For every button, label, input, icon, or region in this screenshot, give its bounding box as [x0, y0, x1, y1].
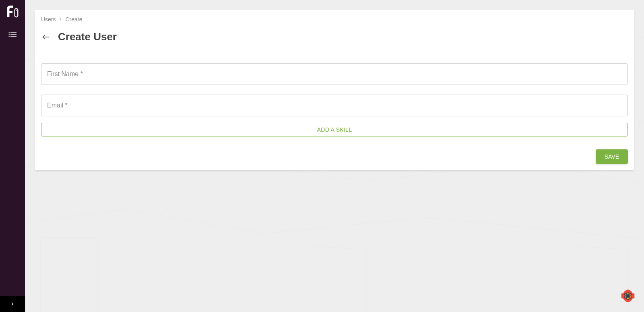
sidebar-expand-button[interactable] [0, 296, 25, 312]
svg-rect-7 [10, 36, 17, 37]
save-button[interactable]: SAVE [596, 149, 628, 164]
svg-point-1 [16, 10, 17, 11]
svg-point-4 [8, 34, 10, 35]
form-card: Users / Create Create User ADD A SKILL S… [35, 10, 634, 170]
svg-rect-5 [10, 34, 17, 35]
form-actions: SAVE [41, 149, 628, 164]
react-query-devtools-icon[interactable] [620, 288, 636, 304]
app-logo[interactable] [4, 3, 21, 20]
add-skill-button[interactable]: ADD A SKILL [41, 123, 628, 136]
svg-rect-3 [10, 32, 17, 33]
svg-point-2 [8, 32, 10, 33]
first-name-field[interactable] [41, 63, 628, 85]
breadcrumb: Users / Create [41, 16, 628, 23]
back-button[interactable] [41, 32, 51, 42]
breadcrumb-separator: / [60, 16, 62, 23]
main-content: Users / Create Create User ADD A SKILL S… [25, 0, 644, 312]
svg-point-6 [8, 36, 10, 37]
sidebar [0, 0, 25, 312]
breadcrumb-root[interactable]: Users [41, 16, 56, 23]
breadcrumb-current: Create [65, 16, 82, 23]
email-field[interactable] [41, 95, 628, 116]
list-menu-icon[interactable] [8, 31, 17, 37]
page-header: Create User [41, 31, 628, 43]
svg-point-10 [627, 295, 630, 298]
page-title: Create User [58, 31, 117, 43]
